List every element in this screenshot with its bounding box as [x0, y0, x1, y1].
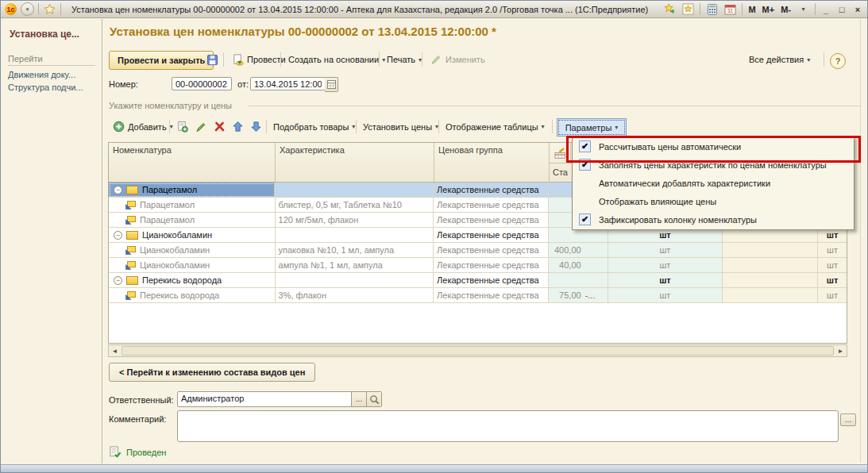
table-row[interactable]: –Перекись водородаЛекарственные средства… [109, 273, 847, 288]
table-cell[interactable]: шт [818, 258, 847, 273]
minimize-button[interactable]: _ [820, 5, 831, 14]
save-button[interactable] [203, 51, 222, 68]
pick-goods-button[interactable]: Подобрать товары▾ [271, 118, 357, 135]
comment-input[interactable] [177, 410, 839, 442]
goto-price-kinds-button[interactable]: < Перейти к изменению состава видов цен [109, 363, 315, 382]
divider [815, 3, 816, 15]
table-cell[interactable] [276, 228, 434, 243]
memory-m-button[interactable]: M [747, 5, 756, 14]
all-actions-button[interactable]: Все действия▾ [746, 51, 813, 68]
table-cell[interactable] [723, 273, 818, 288]
edit-button[interactable]: Изменить [426, 51, 488, 68]
maximize-button[interactable]: □ [836, 5, 847, 14]
table-cell[interactable]: шт [608, 273, 723, 288]
table-row[interactable]: Перекись водорода3%, флаконЛекарственные… [109, 288, 847, 303]
more-commands-icon[interactable]: ▾ [797, 3, 810, 16]
table-cell[interactable]: шт [608, 243, 723, 258]
cell-nomenclature[interactable]: –Перекись водорода [109, 273, 276, 288]
table-cell[interactable]: Лекарственные средства [434, 258, 549, 273]
table-cell[interactable]: Лекарственные средства [434, 183, 549, 198]
add-button[interactable]: Добавить▾ [110, 118, 176, 135]
column-header-price-group[interactable]: Ценовая группа [434, 143, 550, 182]
number-input[interactable] [172, 77, 232, 90]
scrollbar-thumb[interactable] [122, 346, 834, 356]
table-cell[interactable]: шт [608, 288, 723, 303]
table-cell[interactable] [723, 258, 818, 273]
table-cell[interactable]: Лекарственные средства [434, 228, 549, 243]
collapse-icon[interactable]: – [114, 276, 122, 285]
horizontal-scrollbar[interactable]: ◄ ► [108, 344, 847, 357]
menu-item[interactable]: Автоматически добавлять характеристики [573, 174, 854, 192]
calendar-icon[interactable]: 31 [723, 3, 737, 16]
edit-row-button[interactable] [192, 118, 210, 135]
table-cell[interactable]: шт [818, 273, 847, 288]
post-and-close-button[interactable]: Провести и закрыть [109, 51, 214, 70]
table-cell[interactable]: Лекарственные средства [434, 198, 549, 213]
responsible-search-button[interactable] [366, 392, 381, 406]
menu-item[interactable]: Отображать влияющие цены [573, 192, 854, 210]
memory-m-minus-button[interactable]: M- [780, 5, 792, 14]
close-button[interactable]: × [852, 5, 863, 14]
comment-expand-button[interactable]: ... [840, 413, 856, 426]
post-document-icon [231, 53, 244, 66]
table-cell[interactable] [723, 288, 818, 303]
table-cell[interactable] [723, 243, 818, 258]
collapse-icon[interactable]: – [114, 231, 122, 240]
calculator-icon[interactable] [705, 3, 719, 16]
table-cell[interactable]: шт [818, 243, 847, 258]
table-cell[interactable]: шт [818, 288, 847, 303]
cell-nomenclature[interactable]: –Цианокобаламин [109, 228, 276, 243]
table-cell[interactable]: шт [608, 258, 723, 273]
create-on-basis-button[interactable]: Создать на основании▾ [285, 51, 388, 68]
memory-m-plus-button[interactable]: M+ [762, 5, 776, 14]
responsible-select-button[interactable]: ... [351, 392, 366, 406]
date-input[interactable] [250, 77, 326, 90]
responsible-field[interactable]: Администратор ... [177, 391, 382, 407]
menu-item[interactable]: ✔Зафиксировать колонку номенклатуры [573, 210, 854, 229]
table-row[interactable]: Цианокобаламинампула №1, 1 мл, ампулаЛек… [109, 258, 847, 273]
sidebar-link-subordination-structure[interactable]: Структура подчи... [8, 83, 83, 92]
table-cell[interactable]: упаковка №10, 1 мл, ампула [276, 243, 434, 258]
cell-old-price[interactable]: 75,00-... [549, 288, 608, 303]
cell-old-price[interactable]: 40,00 [549, 258, 608, 273]
scroll-left-button[interactable]: ◄ [109, 348, 121, 355]
cell-nomenclature[interactable]: Цианокобаламин [109, 258, 276, 273]
sidebar-link-document-movements[interactable]: Движения доку... [8, 70, 75, 79]
table-cell[interactable] [276, 273, 434, 288]
collapse-icon[interactable]: – [114, 186, 122, 194]
table-cell[interactable]: ампула №1, 1 мл, ампула [276, 258, 434, 273]
table-cell[interactable]: Лекарственные средства [434, 273, 549, 288]
system-menu-button[interactable]: ▾ [21, 2, 34, 16]
favorites-list-icon[interactable] [681, 3, 695, 16]
set-prices-button[interactable]: Установить цены▾ [361, 118, 441, 135]
cell-nomenclature[interactable]: Парацетамол [109, 213, 276, 228]
table-cell[interactable]: 120 мг/5мл, флакон [276, 213, 434, 228]
table-cell[interactable]: Лекарственные средства [434, 288, 549, 303]
table-view-button[interactable]: Отображение таблицы▾ [443, 118, 547, 135]
move-down-button[interactable] [247, 118, 264, 135]
print-button[interactable]: Печать▾ [384, 51, 425, 68]
help-button[interactable]: ? [830, 53, 846, 69]
cell-old-price[interactable]: 400,00 [549, 243, 608, 258]
table-cell[interactable]: блистер, 0,5 мг, Таблетка №10 [276, 198, 434, 213]
move-up-button[interactable] [229, 118, 246, 135]
table-cell[interactable]: 3%, флакон [276, 288, 434, 303]
cell-nomenclature[interactable]: Перекись водорода [109, 288, 276, 303]
favorites-star-icon[interactable] [43, 3, 56, 16]
add-to-favorites-icon[interactable] [663, 3, 677, 16]
cell-nomenclature[interactable]: Цианокобаламин [109, 243, 276, 258]
copy-row-button[interactable] [173, 118, 191, 135]
cell-nomenclature[interactable]: Парацетамол [109, 198, 276, 213]
column-header-characteristic[interactable]: Характеристика [276, 143, 434, 182]
column-header-nomenclature[interactable]: Номенклатура [109, 143, 276, 182]
date-picker-button[interactable] [325, 77, 338, 92]
cell-old-price[interactable] [549, 273, 608, 288]
table-row[interactable]: Цианокобаламинупаковка №10, 1 мл, ампула… [109, 243, 847, 258]
scroll-right-button[interactable]: ► [835, 348, 847, 355]
delete-row-button[interactable] [210, 118, 228, 135]
table-cell[interactable]: Лекарственные средства [434, 213, 549, 228]
table-cell[interactable] [276, 183, 434, 198]
parameters-button[interactable]: Параметры▾ [557, 118, 627, 137]
cell-nomenclature[interactable]: –Парацетамол [109, 183, 276, 198]
table-cell[interactable]: Лекарственные средства [434, 243, 549, 258]
